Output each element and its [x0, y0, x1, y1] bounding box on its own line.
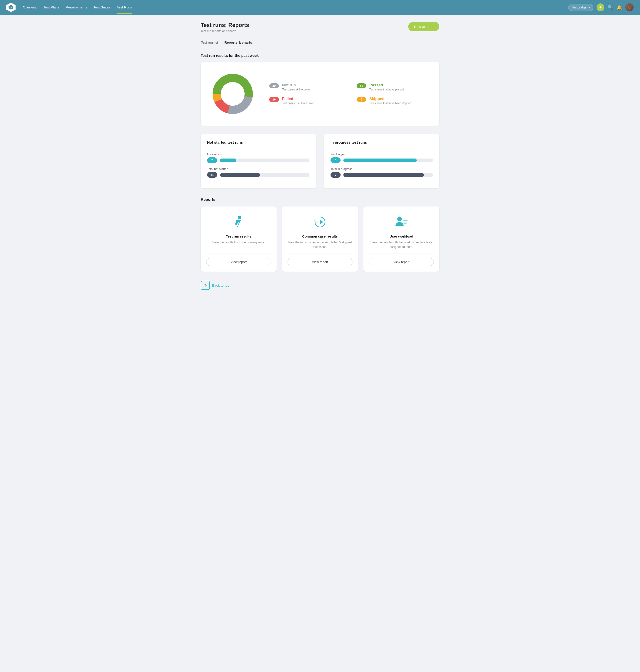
report-desc-user-workload: View the people with the most incomplete…	[369, 240, 434, 249]
runner-icon	[231, 215, 246, 230]
reports-title: Reports	[201, 197, 439, 202]
nav-right: TestLodge ▾ + 🔍 🔔 U	[568, 3, 634, 11]
nav-overview[interactable]: Overview	[23, 1, 37, 14]
desc-notrun: Test cases still to be run	[282, 88, 311, 91]
main-content: Test runs: Reports Test run reports and …	[194, 15, 446, 303]
in-progress-title: In progress test runs	[331, 140, 433, 148]
report-title-test-run-results: Test run results	[226, 234, 251, 238]
legend-passed: 61 Passed Test cases that have passed	[357, 83, 430, 91]
svg-point-6	[238, 216, 241, 219]
nav-test-runs[interactable]: Test Runs	[117, 1, 132, 14]
svg-point-5	[222, 83, 244, 105]
workload-icon	[394, 215, 409, 230]
nav-test-plans[interactable]: Test Plans	[44, 1, 59, 14]
donut-chart	[210, 71, 256, 117]
cycle-icon	[313, 215, 327, 230]
report-card-test-run-results: Test run results View the results from o…	[201, 207, 277, 272]
in-progress-involve-row: Involve you 6	[331, 153, 433, 163]
desc-failed: Test cases that have failed	[282, 102, 314, 105]
chevron-down-icon: ▾	[588, 5, 590, 9]
report-card-user-workload: User workload View the people with the m…	[363, 207, 439, 272]
in-progress-involve-bar	[343, 159, 433, 162]
view-report-btn-test-run-results[interactable]: View report	[206, 258, 271, 266]
report-desc-common-case: View the most common passed, failed & sk…	[288, 240, 352, 249]
badge-skipped: 9	[357, 97, 366, 102]
nav-test-suites[interactable]: Test Suites	[93, 1, 110, 14]
chart-card: 30 Not run Test cases still to be run 61…	[201, 62, 439, 126]
not-started-total-row: Total not started 11	[207, 167, 309, 178]
label-notrun: Not run	[282, 83, 311, 88]
page-title: Test runs: Reports	[201, 22, 249, 28]
legend-skipped: 9 Skipped Test cases that have been skip…	[357, 96, 430, 105]
not-started-involve-bar	[220, 159, 309, 162]
label-failed: Failed	[282, 96, 314, 101]
badge-notrun: 30	[269, 84, 279, 88]
report-desc-test-run-results: View the results from one or many runs.	[212, 240, 265, 249]
project-select[interactable]: TestLodge ▾	[568, 4, 593, 11]
desc-passed: Test cases that have passed	[369, 88, 404, 91]
chart-section-title: Test run results for the past week	[201, 54, 439, 58]
nav-links: Overview Test Plans Requirements Test Su…	[23, 1, 561, 14]
avatar[interactable]: U	[625, 3, 634, 11]
not-started-title: Not started test runs	[207, 140, 309, 148]
not-started-group: Not started test runs Involve you 2 Tota…	[201, 134, 316, 188]
in-progress-total-bar	[343, 173, 433, 177]
new-test-run-button[interactable]: New test run	[408, 22, 439, 31]
view-report-btn-user-workload[interactable]: View report	[369, 258, 434, 266]
report-title-user-workload: User workload	[390, 234, 413, 238]
back-to-top[interactable]: Back to top	[201, 281, 439, 290]
notifications-icon[interactable]: 🔔	[616, 4, 622, 10]
not-started-total-count: 11	[207, 172, 217, 178]
label-skipped: Skipped	[369, 96, 411, 101]
search-icon[interactable]: 🔍	[608, 4, 613, 10]
page-title-block: Test runs: Reports Test run reports and …	[201, 22, 249, 33]
not-started-total-bar	[220, 173, 309, 177]
back-to-top-label: Back to top	[212, 283, 229, 287]
report-title-common-case: Common case results	[302, 234, 338, 238]
tab-reports-charts[interactable]: Reports & charts	[224, 38, 252, 47]
badge-passed: 61	[357, 84, 366, 88]
svg-marker-7	[320, 220, 323, 224]
in-progress-involve-label: Involve you	[331, 153, 433, 156]
bars-section: Not started test runs Involve you 2 Tota…	[201, 134, 439, 188]
desc-skipped: Test cases that have been skipped	[369, 102, 411, 105]
view-report-btn-common-case[interactable]: View report	[288, 258, 352, 266]
legend-failed: 16 Failed Test cases that have failed	[269, 96, 343, 105]
in-progress-group: In progress test runs Involve you 6 Tota…	[324, 134, 439, 188]
page-header: Test runs: Reports Test run reports and …	[201, 22, 439, 33]
not-started-total-label: Total not started	[207, 167, 309, 170]
in-progress-total-label: Total in progress	[331, 167, 433, 170]
not-started-involve-row: Involve you 2	[207, 153, 309, 163]
in-progress-involve-count: 6	[331, 158, 340, 163]
label-passed: Passed	[369, 83, 404, 88]
reports-grid: Test run results View the results from o…	[201, 207, 439, 272]
tabs: Test run list Reports & charts	[201, 38, 439, 47]
page-subtitle: Test run reports and charts	[201, 29, 249, 33]
nav-requirements[interactable]: Requirements	[66, 1, 87, 14]
add-button[interactable]: +	[597, 3, 604, 11]
logo[interactable]	[6, 3, 16, 12]
navbar: Overview Test Plans Requirements Test Su…	[0, 0, 640, 15]
not-started-involve-count: 2	[207, 158, 217, 163]
in-progress-total-count: 7	[331, 172, 340, 178]
not-started-involve-label: Involve you	[207, 153, 309, 156]
legend-grid: 30 Not run Test cases still to be run 61…	[269, 83, 430, 105]
badge-failed: 16	[269, 97, 279, 102]
report-card-common-case: Common case results View the most common…	[282, 207, 358, 272]
svg-point-8	[397, 216, 402, 221]
back-to-top-icon	[201, 281, 210, 290]
tab-test-run-list[interactable]: Test run list	[201, 38, 218, 47]
in-progress-total-row: Total in progress 7	[331, 167, 433, 178]
legend-notrun: 30 Not run Test cases still to be run	[269, 83, 343, 91]
